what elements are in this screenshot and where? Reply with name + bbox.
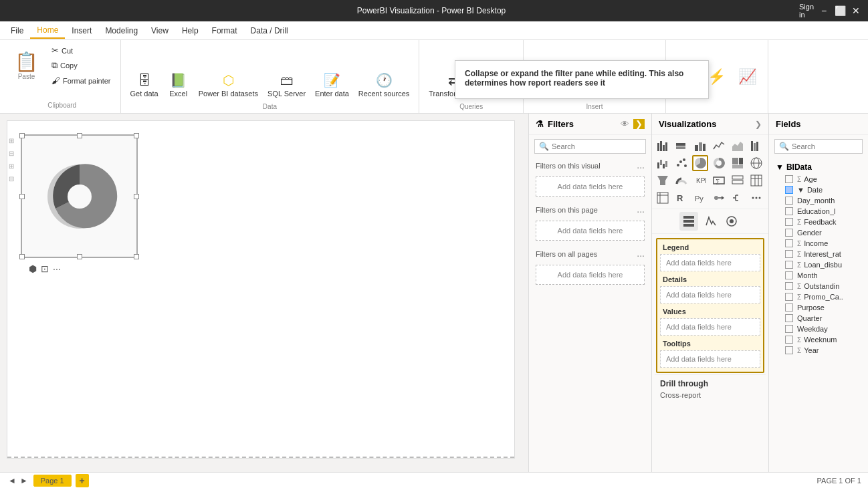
restore-button[interactable]: ⬜ — [835, 5, 845, 16]
field-checkbox-feedback[interactable] — [785, 218, 793, 226]
viz-more[interactable] — [748, 190, 764, 206]
viz-multi-row-card[interactable] — [730, 172, 746, 189]
field-checkbox-gender[interactable] — [785, 229, 793, 237]
sign-in-button[interactable]: Sign in — [802, 5, 813, 16]
values-drop-area[interactable]: Add data fields here — [660, 318, 760, 336]
field-checkbox-education[interactable] — [785, 207, 793, 215]
viz-kpi[interactable]: KPI — [692, 172, 708, 189]
field-item-quarter[interactable]: Quarter — [773, 313, 864, 324]
handle-bl[interactable] — [19, 254, 25, 259]
viz-clustered-bar[interactable] — [692, 138, 708, 154]
filters-all-pages-more[interactable]: ··· — [637, 250, 645, 261]
viz-bar-chart[interactable] — [655, 138, 671, 154]
menu-home[interactable]: Home — [30, 23, 65, 39]
filters-on-all-pages-dropzone[interactable]: Add data fields here — [536, 265, 645, 285]
canvas[interactable]: ⬢ ⊡ ··· ⊞ ⊟ ⊞ ⊟ — [7, 120, 515, 459]
field-checkbox-promo-ca[interactable] — [785, 293, 793, 301]
field-item-education[interactable]: Education_l — [773, 206, 864, 217]
field-checkbox-weekday[interactable] — [785, 325, 793, 333]
legend-drop-area[interactable]: Add data fields here — [660, 254, 760, 271]
field-item-interest-rat[interactable]: Σ Interest_rat — [773, 249, 864, 259]
field-checkbox-month[interactable] — [785, 271, 793, 279]
enter-data-button[interactable]: 📝 Enter data — [311, 70, 353, 100]
get-data-button[interactable]: 🗄 Get data — [126, 70, 162, 100]
handle-br[interactable] — [134, 254, 139, 259]
add-page-button[interactable]: + — [76, 474, 89, 487]
field-checkbox-outstandin[interactable] — [785, 282, 793, 290]
filters-search-input[interactable] — [552, 142, 641, 150]
menu-help[interactable]: Help — [175, 23, 205, 38]
viz-area-chart[interactable] — [730, 138, 746, 154]
viz-scatter-chart[interactable] — [673, 155, 689, 171]
filters-eye-icon[interactable]: 👁 — [621, 119, 629, 129]
sql-server-button[interactable]: 🗃 SQL Server — [263, 70, 310, 100]
handle-l[interactable] — [19, 194, 25, 199]
viz-funnel[interactable] — [655, 172, 671, 189]
viz-key-influencers[interactable] — [711, 190, 727, 206]
more-options-icon[interactable]: ··· — [53, 263, 61, 274]
menu-data-drill[interactable]: Data / Drill — [244, 23, 295, 38]
viz-table[interactable] — [748, 172, 764, 189]
viz-line-chart[interactable] — [711, 138, 727, 154]
menu-modeling[interactable]: Modeling — [98, 23, 144, 38]
field-item-income[interactable]: Σ Income — [773, 238, 864, 249]
field-item-year[interactable]: Σ Year — [773, 345, 864, 356]
viz-ribbon-chart[interactable] — [748, 138, 764, 154]
tooltips-drop-area[interactable]: Add data fields here — [660, 350, 760, 368]
viz-stacked-bar[interactable] — [673, 138, 689, 154]
power-bi-datasets-button[interactable]: ⬡ Power BI datasets — [195, 70, 262, 100]
viz-pie-chart[interactable] — [692, 155, 708, 171]
nav-next-arrow[interactable]: ► — [19, 475, 29, 487]
recent-sources-button[interactable]: 🕐 Recent sources — [354, 70, 413, 100]
field-checkbox-day-month[interactable] — [785, 197, 793, 205]
nav-prev-arrow[interactable]: ◄ — [7, 475, 17, 487]
filters-on-visual-more[interactable]: ··· — [637, 162, 645, 172]
field-item-purpose[interactable]: Purpose — [773, 302, 864, 313]
close-button[interactable]: ✕ — [851, 5, 861, 16]
viz-treemap[interactable] — [730, 155, 746, 171]
fields-search-box[interactable]: 🔍 — [774, 139, 863, 154]
field-checkbox-age[interactable] — [785, 175, 793, 183]
details-drop-area[interactable]: Add data fields here — [660, 286, 760, 303]
viz-matrix[interactable] — [655, 190, 671, 206]
field-checkbox-income[interactable] — [785, 239, 793, 247]
field-group-bidata[interactable]: ▼ BIData — [773, 160, 864, 174]
field-item-outstandin[interactable]: Σ Outstandin — [773, 281, 864, 291]
viz-tab-analytics[interactable] — [722, 212, 741, 231]
viz-r-script[interactable]: R — [673, 190, 689, 206]
filter-chart-icon[interactable]: ⬢ — [29, 263, 37, 274]
viz-waterfall[interactable] — [655, 155, 671, 171]
viz-gauge[interactable] — [673, 172, 689, 189]
field-checkbox-date[interactable] — [785, 186, 793, 194]
field-item-loan-disbu[interactable]: Σ Loan_disbu — [773, 259, 864, 270]
field-item-gender[interactable]: Gender — [773, 227, 864, 238]
menu-format[interactable]: Format — [205, 23, 244, 38]
menu-insert[interactable]: Insert — [65, 23, 98, 38]
field-item-month[interactable]: Month — [773, 270, 864, 281]
field-checkbox-loan-disbu[interactable] — [785, 261, 793, 269]
cut-button[interactable]: ✂ Cut — [47, 44, 115, 57]
handle-tr[interactable] — [134, 133, 139, 138]
field-item-feedback[interactable]: Σ Feedback — [773, 217, 864, 227]
field-checkbox-purpose[interactable] — [785, 303, 793, 312]
viz-panel-expand-icon[interactable]: ❯ — [755, 120, 762, 129]
page-tab-1[interactable]: Page 1 — [33, 475, 72, 487]
chart-container[interactable]: ⬢ ⊡ ··· — [21, 134, 138, 258]
viz-tab-format[interactable] — [701, 212, 720, 231]
focus-mode-icon[interactable]: ⊡ — [41, 263, 49, 274]
filters-search-box[interactable]: 🔍 — [534, 139, 646, 154]
field-item-weekday[interactable]: Weekday — [773, 324, 864, 334]
field-item-day-month[interactable]: Day_month — [773, 195, 864, 206]
viz-map[interactable] — [748, 155, 764, 171]
viz-card[interactable]: ∑ — [711, 172, 727, 189]
handle-tl[interactable] — [19, 133, 25, 138]
field-item-date[interactable]: ▼ Date — [773, 185, 864, 195]
field-item-age[interactable]: Σ Age — [773, 174, 864, 185]
format-painter-button[interactable]: 🖌 Format painter — [47, 74, 115, 87]
menu-file[interactable]: File — [4, 23, 30, 38]
filters-on-page-more[interactable]: ··· — [637, 206, 645, 217]
field-checkbox-year[interactable] — [785, 346, 793, 354]
viz-python[interactable]: Py — [692, 190, 708, 206]
menu-view[interactable]: View — [144, 23, 175, 38]
viz-tab-fields[interactable] — [679, 212, 698, 231]
